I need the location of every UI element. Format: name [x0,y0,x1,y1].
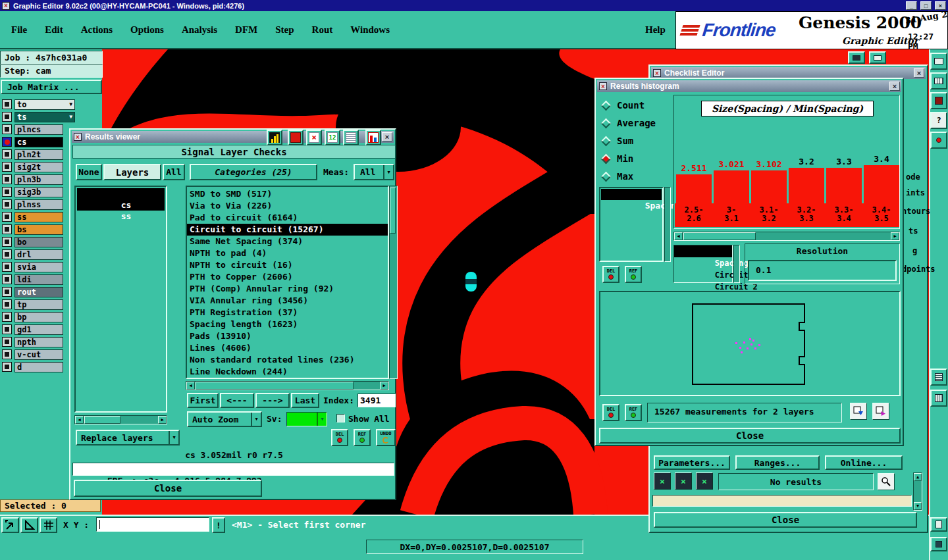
scroll-thumb[interactable] [84,416,120,424]
measure-list-vscrollbar[interactable] [664,187,671,262]
layer-visibility-toggle[interactable] [2,212,12,222]
menu-edit[interactable]: Edit [45,24,63,36]
scroll-up-icon[interactable]: ▲ [914,473,922,481]
layer-row-cs[interactable]: cs [2,136,63,147]
work-layer-indicator[interactable] [2,137,12,147]
menu-windows[interactable]: Windows [350,24,390,36]
layers-button[interactable]: Layers [103,164,161,180]
layer-row-ldi[interactable]: ldi [2,274,63,285]
check-item[interactable]: Line Neckdown (244) [187,366,388,378]
layer-visibility-toggle[interactable] [2,162,12,172]
histogram-bar[interactable] [751,170,787,203]
radio-diamond-selected-icon[interactable] [601,153,612,164]
result-layer-list[interactable]: cs ss [74,186,167,413]
layer-visibility-toggle[interactable] [2,174,12,184]
clear-results-icon-button[interactable]: × [306,130,322,145]
layer-visibility-toggle[interactable] [2,112,12,122]
histogram-close-button[interactable]: Close [599,428,901,444]
next-button[interactable]: ---> [255,393,290,408]
layer-button[interactable]: pln2t [14,149,63,160]
categories-dropdown[interactable]: Categories (25) [190,164,317,180]
chart-hscrollbar[interactable]: ◀ ▶ [673,232,900,241]
histogram-bar[interactable] [714,170,749,203]
layer-button[interactable]: plncs [14,124,63,135]
help-tool-button[interactable]: ? [930,112,947,129]
menu-actions[interactable]: Actions [81,24,113,36]
layer-visibility-toggle[interactable] [2,287,12,297]
report-icon-button[interactable] [343,130,359,145]
refresh-histogram-button[interactable]: REF [625,266,642,283]
results-histogram-titlebar[interactable]: × Results histogram × [597,80,901,92]
index-input[interactable] [357,394,396,407]
check-item[interactable]: Spacing length (1623) [187,318,388,330]
none-button[interactable]: None [76,164,102,180]
histogram-bar[interactable] [789,168,824,203]
show-all-checkbox[interactable] [336,414,345,422]
layer-row-tp[interactable]: tp [2,299,63,310]
delete-histogram-button[interactable]: DEL [602,404,619,421]
check-item[interactable]: PTH Registration (37) [187,307,388,318]
layer-visibility-toggle[interactable] [2,249,12,259]
chip2-tool-button[interactable] [930,390,947,407]
check-item[interactable]: Via to Via (226) [187,200,388,212]
layer-button[interactable]: bs [14,224,63,235]
checks-list[interactable]: SMD to SMD (517) Via to Via (226) Pad to… [186,186,389,379]
snapshot-tool-button[interactable] [848,51,865,64]
scroll-right-icon[interactable]: ▶ [891,232,899,240]
meas-dropdown[interactable]: All ▼ [354,164,394,180]
layer-visibility-toggle[interactable] [2,199,12,209]
layer-row-plnss[interactable]: plnss [2,199,63,210]
check-item[interactable]: PTH to Copper (2606) [187,271,388,283]
xy-input[interactable] [96,517,209,532]
layer-button[interactable]: ss [14,212,63,222]
dark-tool-button[interactable] [930,92,947,109]
layer-button[interactable]: gd1 [14,324,63,335]
layer-button[interactable]: bo [14,237,63,247]
histogram-bar[interactable] [864,165,899,203]
refresh-result-button[interactable]: REF [354,429,371,446]
radio-diamond-icon[interactable] [601,171,612,182]
layer-button[interactable]: pln3b [14,174,63,185]
menu-dfm[interactable]: DFM [235,24,257,36]
layer-row-drl[interactable]: drl [2,249,63,260]
stat-radio-count[interactable]: Count [602,99,645,112]
board-preview[interactable] [599,291,901,396]
check-item[interactable]: Lines (4606) [187,342,388,354]
layer-visibility-toggle[interactable] [2,337,12,347]
menu-rout[interactable]: Rout [312,24,333,36]
list-item-selected[interactable]: Spacing [601,189,662,200]
check-item[interactable]: Pads (13910) [187,330,388,342]
layer-row-pln3b[interactable]: pln3b [2,174,63,185]
layer-row-ts[interactable]: ts▼ [2,111,75,122]
exclaim-button[interactable]: ! [212,517,225,533]
job-matrix-button[interactable]: Job Matrix ... [1,80,102,94]
measure-type-list[interactable]: Spacing [599,187,664,262]
results-viewer-close-button[interactable]: Close [74,480,262,497]
layer-row-gd1[interactable]: gd1 [2,324,63,335]
menu-step[interactable]: Step [275,24,294,36]
layer-button[interactable]: d [14,362,63,372]
layer-row-plncs[interactable]: plncs [2,124,63,135]
export-chart-button[interactable] [872,403,889,420]
layer-row-bs[interactable]: bs [2,224,63,235]
select-corner-tool[interactable] [1,517,19,533]
menu-options[interactable]: Options [130,24,164,36]
check-item[interactable]: VIA Annular ring (3456) [187,295,388,307]
checklist-vscrollbar[interactable]: ▲ ▼ [913,472,922,511]
layer-row-svia[interactable]: svia [2,261,63,272]
layer-visibility-toggle[interactable] [2,349,12,359]
layer-button[interactable]: sig3b [14,187,63,197]
list-item[interactable]: cs [77,188,165,199]
layer-button[interactable]: npth [14,337,63,347]
parameters-button[interactable]: Parameters... [654,455,730,470]
undo-button[interactable]: UNDO [376,429,396,446]
layer-button[interactable]: plnss [14,199,63,210]
layer-row-npth[interactable]: npth [2,336,63,347]
check-item[interactable]: Non standard rotated lines (236) [187,354,388,366]
layer-visibility-toggle[interactable] [2,274,12,284]
red-tile-icon-button[interactable] [288,130,303,145]
close-icon[interactable]: × [382,132,392,141]
layer-visibility-toggle[interactable] [2,237,12,247]
angle-measure-tool[interactable] [20,517,38,533]
layer-row-d[interactable]: d [2,361,63,372]
